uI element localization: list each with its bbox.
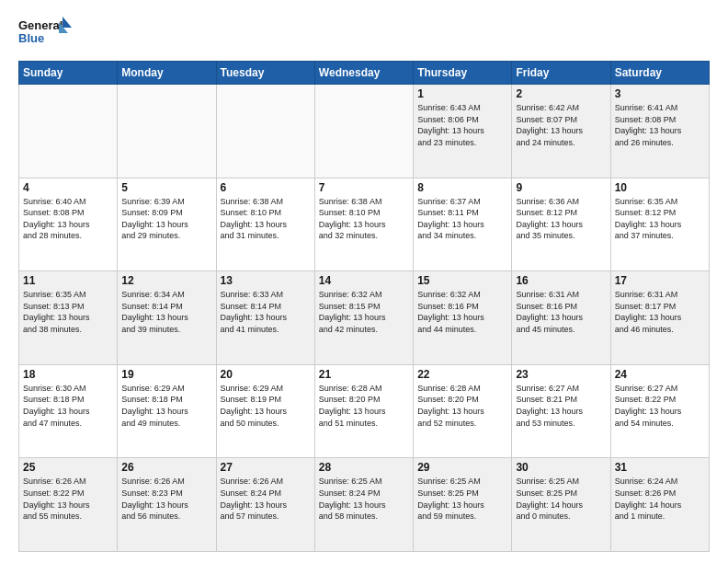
cell-info: Sunrise: 6:26 AM Sunset: 8:23 PM Dayligh… <box>121 476 211 522</box>
cell-info: Sunrise: 6:35 AM Sunset: 8:12 PM Dayligh… <box>615 196 705 242</box>
day-number: 7 <box>319 181 409 194</box>
weekday-header: Wednesday <box>314 62 413 85</box>
calendar-cell <box>314 85 413 178</box>
calendar-cell: 13Sunrise: 6:33 AM Sunset: 8:14 PM Dayli… <box>216 271 314 365</box>
calendar-week-row: 4Sunrise: 6:40 AM Sunset: 8:08 PM Daylig… <box>19 178 710 271</box>
cell-info: Sunrise: 6:35 AM Sunset: 8:13 PM Dayligh… <box>23 289 113 335</box>
cell-info: Sunrise: 6:25 AM Sunset: 8:25 PM Dayligh… <box>417 476 507 522</box>
calendar-cell: 27Sunrise: 6:26 AM Sunset: 8:24 PM Dayli… <box>216 458 314 552</box>
cell-info: Sunrise: 6:34 AM Sunset: 8:14 PM Dayligh… <box>121 289 211 335</box>
calendar-cell: 2Sunrise: 6:42 AM Sunset: 8:07 PM Daylig… <box>512 85 610 178</box>
day-number: 24 <box>615 368 705 381</box>
weekday-header: Tuesday <box>216 62 314 85</box>
header: GeneralBlue <box>18 15 710 52</box>
cell-info: Sunrise: 6:24 AM Sunset: 8:26 PM Dayligh… <box>615 476 705 522</box>
calendar-table: SundayMondayTuesdayWednesdayThursdayFrid… <box>18 61 710 552</box>
svg-text:Blue: Blue <box>18 31 44 45</box>
day-number: 16 <box>516 274 606 287</box>
day-number: 15 <box>417 274 507 287</box>
cell-info: Sunrise: 6:32 AM Sunset: 8:15 PM Dayligh… <box>319 289 409 335</box>
calendar-cell: 1Sunrise: 6:43 AM Sunset: 8:06 PM Daylig… <box>414 85 512 178</box>
calendar-cell: 21Sunrise: 6:28 AM Sunset: 8:20 PM Dayli… <box>314 364 413 458</box>
calendar-cell: 19Sunrise: 6:29 AM Sunset: 8:18 PM Dayli… <box>118 364 216 458</box>
calendar-cell: 3Sunrise: 6:41 AM Sunset: 8:08 PM Daylig… <box>610 85 709 178</box>
day-number: 19 <box>121 368 211 381</box>
day-number: 13 <box>221 274 311 287</box>
day-number: 4 <box>23 181 113 194</box>
day-number: 11 <box>23 274 113 287</box>
day-number: 25 <box>23 461 113 474</box>
calendar-cell: 8Sunrise: 6:37 AM Sunset: 8:11 PM Daylig… <box>414 178 512 271</box>
cell-info: Sunrise: 6:31 AM Sunset: 8:16 PM Dayligh… <box>516 289 606 335</box>
calendar-cell: 15Sunrise: 6:32 AM Sunset: 8:16 PM Dayli… <box>414 271 512 365</box>
cell-info: Sunrise: 6:29 AM Sunset: 8:19 PM Dayligh… <box>221 383 311 429</box>
calendar-week-row: 25Sunrise: 6:26 AM Sunset: 8:22 PM Dayli… <box>19 458 710 552</box>
calendar-cell: 26Sunrise: 6:26 AM Sunset: 8:23 PM Dayli… <box>118 458 216 552</box>
day-number: 31 <box>615 461 705 474</box>
day-number: 10 <box>615 181 705 194</box>
calendar-week-row: 1Sunrise: 6:43 AM Sunset: 8:06 PM Daylig… <box>19 85 710 178</box>
calendar-week-row: 18Sunrise: 6:30 AM Sunset: 8:18 PM Dayli… <box>19 364 710 458</box>
cell-info: Sunrise: 6:32 AM Sunset: 8:16 PM Dayligh… <box>417 289 507 335</box>
cell-info: Sunrise: 6:38 AM Sunset: 8:10 PM Dayligh… <box>221 196 311 242</box>
svg-text:General: General <box>18 18 63 32</box>
cell-info: Sunrise: 6:28 AM Sunset: 8:20 PM Dayligh… <box>417 383 507 429</box>
day-number: 6 <box>221 181 311 194</box>
day-number: 27 <box>221 461 311 474</box>
cell-info: Sunrise: 6:38 AM Sunset: 8:10 PM Dayligh… <box>319 196 409 242</box>
cell-info: Sunrise: 6:37 AM Sunset: 8:11 PM Dayligh… <box>417 196 507 242</box>
cell-info: Sunrise: 6:25 AM Sunset: 8:25 PM Dayligh… <box>516 476 606 522</box>
weekday-header: Thursday <box>414 62 512 85</box>
cell-info: Sunrise: 6:31 AM Sunset: 8:17 PM Dayligh… <box>615 289 705 335</box>
calendar-cell: 18Sunrise: 6:30 AM Sunset: 8:18 PM Dayli… <box>19 364 118 458</box>
cell-info: Sunrise: 6:26 AM Sunset: 8:22 PM Dayligh… <box>23 476 113 522</box>
weekday-header: Sunday <box>19 62 118 85</box>
calendar-cell: 17Sunrise: 6:31 AM Sunset: 8:17 PM Dayli… <box>610 271 709 365</box>
day-number: 28 <box>319 461 409 474</box>
calendar-cell: 14Sunrise: 6:32 AM Sunset: 8:15 PM Dayli… <box>314 271 413 365</box>
calendar-cell <box>19 85 118 178</box>
cell-info: Sunrise: 6:28 AM Sunset: 8:20 PM Dayligh… <box>319 383 409 429</box>
day-number: 26 <box>121 461 211 474</box>
calendar-header-row: SundayMondayTuesdayWednesdayThursdayFrid… <box>19 62 710 85</box>
cell-info: Sunrise: 6:25 AM Sunset: 8:24 PM Dayligh… <box>319 476 409 522</box>
cell-info: Sunrise: 6:41 AM Sunset: 8:08 PM Dayligh… <box>615 102 705 148</box>
day-number: 5 <box>121 181 211 194</box>
calendar-cell: 28Sunrise: 6:25 AM Sunset: 8:24 PM Dayli… <box>314 458 413 552</box>
svg-marker-2 <box>63 17 72 28</box>
calendar-cell: 22Sunrise: 6:28 AM Sunset: 8:20 PM Dayli… <box>414 364 512 458</box>
day-number: 23 <box>516 368 606 381</box>
calendar-cell: 12Sunrise: 6:34 AM Sunset: 8:14 PM Dayli… <box>118 271 216 365</box>
cell-info: Sunrise: 6:26 AM Sunset: 8:24 PM Dayligh… <box>221 476 311 522</box>
calendar-cell: 4Sunrise: 6:40 AM Sunset: 8:08 PM Daylig… <box>19 178 118 271</box>
calendar-cell: 16Sunrise: 6:31 AM Sunset: 8:16 PM Dayli… <box>512 271 610 365</box>
cell-info: Sunrise: 6:33 AM Sunset: 8:14 PM Dayligh… <box>221 289 311 335</box>
day-number: 18 <box>23 368 113 381</box>
cell-info: Sunrise: 6:40 AM Sunset: 8:08 PM Dayligh… <box>23 196 113 242</box>
calendar-week-row: 11Sunrise: 6:35 AM Sunset: 8:13 PM Dayli… <box>19 271 710 365</box>
day-number: 9 <box>516 181 606 194</box>
calendar-cell: 23Sunrise: 6:27 AM Sunset: 8:21 PM Dayli… <box>512 364 610 458</box>
calendar-cell: 7Sunrise: 6:38 AM Sunset: 8:10 PM Daylig… <box>314 178 413 271</box>
logo-svg: GeneralBlue <box>18 15 74 52</box>
day-number: 21 <box>319 368 409 381</box>
calendar-cell: 11Sunrise: 6:35 AM Sunset: 8:13 PM Dayli… <box>19 271 118 365</box>
cell-info: Sunrise: 6:36 AM Sunset: 8:12 PM Dayligh… <box>516 196 606 242</box>
day-number: 12 <box>121 274 211 287</box>
calendar-cell: 5Sunrise: 6:39 AM Sunset: 8:09 PM Daylig… <box>118 178 216 271</box>
cell-info: Sunrise: 6:29 AM Sunset: 8:18 PM Dayligh… <box>121 383 211 429</box>
weekday-header: Saturday <box>610 62 709 85</box>
calendar-cell <box>216 85 314 178</box>
cell-info: Sunrise: 6:27 AM Sunset: 8:21 PM Dayligh… <box>516 383 606 429</box>
day-number: 14 <box>319 274 409 287</box>
calendar-cell: 30Sunrise: 6:25 AM Sunset: 8:25 PM Dayli… <box>512 458 610 552</box>
cell-info: Sunrise: 6:42 AM Sunset: 8:07 PM Dayligh… <box>516 102 606 148</box>
calendar-cell: 24Sunrise: 6:27 AM Sunset: 8:22 PM Dayli… <box>610 364 709 458</box>
calendar-cell: 20Sunrise: 6:29 AM Sunset: 8:19 PM Dayli… <box>216 364 314 458</box>
cell-info: Sunrise: 6:30 AM Sunset: 8:18 PM Dayligh… <box>23 383 113 429</box>
day-number: 1 <box>417 87 507 100</box>
calendar-cell: 9Sunrise: 6:36 AM Sunset: 8:12 PM Daylig… <box>512 178 610 271</box>
weekday-header: Monday <box>118 62 216 85</box>
calendar-cell: 25Sunrise: 6:26 AM Sunset: 8:22 PM Dayli… <box>19 458 118 552</box>
calendar-cell <box>118 85 216 178</box>
